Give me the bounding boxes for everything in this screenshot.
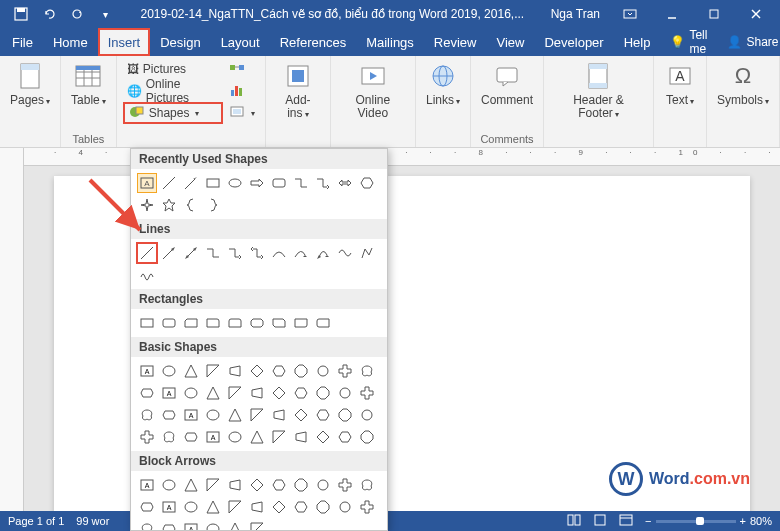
shape-arrow-right[interactable]: [247, 173, 267, 193]
shape-basic-30[interactable]: [313, 405, 333, 425]
shape-basic-17[interactable]: [269, 383, 289, 403]
shape-basic-18[interactable]: [291, 383, 311, 403]
chart-button[interactable]: [225, 80, 259, 102]
shape-elbow-arrow[interactable]: [225, 243, 245, 263]
shape-arrow-11[interactable]: [137, 497, 157, 517]
shape-star5[interactable]: [159, 195, 179, 215]
shape-rect6[interactable]: [247, 313, 267, 333]
zoom-out[interactable]: −: [645, 515, 651, 527]
zoom-slider[interactable]: [656, 520, 736, 523]
shape-basic-2[interactable]: [181, 361, 201, 381]
shape-arrow-26[interactable]: [225, 519, 245, 531]
shape-basic-11[interactable]: [137, 383, 157, 403]
tab-help[interactable]: Help: [614, 28, 661, 56]
shape-basic-14[interactable]: [203, 383, 223, 403]
shape-arrow-19[interactable]: [313, 497, 333, 517]
shape-freeform-curve[interactable]: [335, 243, 355, 263]
word-count[interactable]: 99 wor: [76, 515, 109, 527]
shape-basic-3[interactable]: [203, 361, 223, 381]
shape-arrow-23[interactable]: [159, 519, 179, 531]
shape-elbow[interactable]: [203, 243, 223, 263]
shape-elbow-double[interactable]: [247, 243, 267, 263]
view-print[interactable]: [593, 514, 607, 528]
tab-design[interactable]: Design: [150, 28, 210, 56]
redo-button[interactable]: [66, 3, 88, 25]
shape-basic-33[interactable]: [137, 427, 157, 447]
screenshot-button[interactable]: ▾: [225, 102, 259, 124]
shape-arrow-10[interactable]: [357, 475, 377, 495]
shape-arrow-5[interactable]: [247, 475, 267, 495]
shape-arrow-12[interactable]: A: [159, 497, 179, 517]
shape-arrow-2[interactable]: [181, 475, 201, 495]
shape-basic-0[interactable]: A: [137, 361, 157, 381]
shape-arrow-4[interactable]: [225, 475, 245, 495]
shape-basic-37[interactable]: [225, 427, 245, 447]
shape-arrow-9[interactable]: [335, 475, 355, 495]
shape-basic-26[interactable]: [225, 405, 245, 425]
view-read[interactable]: [567, 514, 581, 528]
shape-basic-13[interactable]: [181, 383, 201, 403]
shape-basic-24[interactable]: A: [181, 405, 201, 425]
tab-file[interactable]: File: [2, 28, 43, 56]
smartart-button[interactable]: [225, 58, 259, 80]
shape-arrow-15[interactable]: [225, 497, 245, 517]
shape-arrow-1[interactable]: [159, 475, 179, 495]
shape-rect[interactable]: [203, 173, 223, 193]
shape-star4[interactable]: [137, 195, 157, 215]
shape-basic-21[interactable]: [357, 383, 377, 403]
shape-arrow-16[interactable]: [247, 497, 267, 517]
minimize-button[interactable]: [652, 0, 692, 28]
tab-review[interactable]: Review: [424, 28, 487, 56]
shape-basic-43[interactable]: [357, 427, 377, 447]
tab-insert[interactable]: Insert: [98, 28, 151, 56]
shape-basic-31[interactable]: [335, 405, 355, 425]
shape-basic-36[interactable]: A: [203, 427, 223, 447]
shape-arrow-20[interactable]: [335, 497, 355, 517]
shape-basic-19[interactable]: [313, 383, 333, 403]
pages-button[interactable]: Pages▾: [6, 58, 54, 109]
shape-rounded-rect[interactable]: [269, 173, 289, 193]
shape-basic-23[interactable]: [159, 405, 179, 425]
online-pictures-button[interactable]: 🌐Online Pictures: [123, 80, 223, 102]
tab-developer[interactable]: Developer: [534, 28, 613, 56]
shape-arrow-left-right[interactable]: [335, 173, 355, 193]
shape-curve-arrow[interactable]: [291, 243, 311, 263]
shape-basic-15[interactable]: [225, 383, 245, 403]
tab-layout[interactable]: Layout: [211, 28, 270, 56]
shape-arrow-25[interactable]: [203, 519, 223, 531]
header-footer-button[interactable]: Header & Footer▾: [550, 58, 647, 122]
shape-basic-1[interactable]: [159, 361, 179, 381]
shape-basic-35[interactable]: [181, 427, 201, 447]
shape-basic-28[interactable]: [269, 405, 289, 425]
shape-basic-38[interactable]: [247, 427, 267, 447]
shape-rect5[interactable]: [225, 313, 245, 333]
shape-basic-27[interactable]: [247, 405, 267, 425]
shape-basic-10[interactable]: [357, 361, 377, 381]
shape-oval[interactable]: [225, 173, 245, 193]
shape-basic-29[interactable]: [291, 405, 311, 425]
zoom-in[interactable]: +: [740, 515, 746, 527]
shape-arrow-18[interactable]: [291, 497, 311, 517]
shape-line[interactable]: [159, 173, 179, 193]
ribbon-options-button[interactable]: [610, 0, 650, 28]
undo-button[interactable]: [38, 3, 60, 25]
text-button[interactable]: A Text▾: [660, 58, 700, 109]
shape-arrow-24[interactable]: A: [181, 519, 201, 531]
shape-arrow-0[interactable]: A: [137, 475, 157, 495]
vertical-ruler[interactable]: [0, 148, 24, 511]
shape-basic-32[interactable]: [357, 405, 377, 425]
shape-basic-22[interactable]: [137, 405, 157, 425]
tab-home[interactable]: Home: [43, 28, 98, 56]
shape-arrow-14[interactable]: [203, 497, 223, 517]
symbols-button[interactable]: Ω Symbols▾: [713, 58, 773, 109]
shape-basic-6[interactable]: [269, 361, 289, 381]
online-video-button[interactable]: Online Video: [337, 58, 409, 122]
shape-arrow-22[interactable]: [137, 519, 157, 531]
shape-curve-double[interactable]: [313, 243, 333, 263]
shape-basic-39[interactable]: [269, 427, 289, 447]
shape-arrow-17[interactable]: [269, 497, 289, 517]
share-button[interactable]: 👤Share: [717, 28, 780, 56]
shape-basic-12[interactable]: A: [159, 383, 179, 403]
tell-me[interactable]: 💡Tell me: [660, 28, 717, 56]
shape-arrow-13[interactable]: [181, 497, 201, 517]
